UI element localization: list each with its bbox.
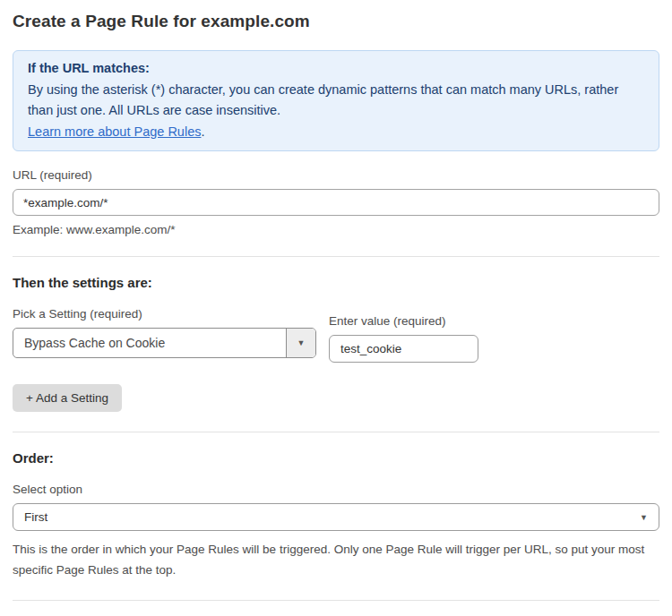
- url-input[interactable]: [13, 189, 659, 216]
- order-section: Select option First ▼ This is the order …: [13, 483, 659, 580]
- settings-heading: Then the settings are:: [13, 275, 659, 290]
- info-box-link-line: Learn more about Page Rules.: [28, 122, 644, 143]
- url-section: URL (required) Example: www.example.com/…: [13, 168, 659, 236]
- pick-setting-select[interactable]: Bypass Cache on Cookie ▼: [13, 328, 316, 358]
- order-help-text: This is the order in which your Page Rul…: [13, 539, 659, 580]
- page-rule-form: Create a Page Rule for example.com If th…: [0, 0, 672, 616]
- pick-setting-column: Pick a Setting (required) Bypass Cache o…: [13, 307, 316, 358]
- divider: [13, 600, 659, 601]
- order-select[interactable]: First ▼: [13, 503, 659, 531]
- enter-value-label: Enter value (required): [329, 314, 478, 328]
- info-box-heading: If the URL matches:: [28, 58, 644, 80]
- page-title: Create a Page Rule for example.com: [13, 12, 659, 31]
- url-label: URL (required): [13, 168, 659, 182]
- pick-setting-label: Pick a Setting (required): [13, 307, 316, 321]
- settings-row: Pick a Setting (required) Bypass Cache o…: [13, 307, 659, 363]
- link-suffix: .: [201, 124, 204, 139]
- enter-value-column: Enter value (required): [329, 307, 478, 363]
- pick-setting-selected-value: Bypass Cache on Cookie: [13, 329, 286, 357]
- learn-more-link[interactable]: Learn more about Page Rules: [28, 124, 201, 139]
- order-selected-value: First: [24, 510, 47, 524]
- url-match-info-box: If the URL matches: By using the asteris…: [13, 50, 659, 151]
- order-heading: Order:: [13, 450, 659, 466]
- chevron-down-icon[interactable]: ▼: [286, 329, 315, 357]
- divider: [13, 432, 659, 432]
- info-box-body: By using the asterisk (*) character, you…: [28, 80, 644, 122]
- setting-value-input[interactable]: [329, 335, 478, 363]
- url-example-text: Example: www.example.com/*: [13, 223, 659, 236]
- divider: [13, 256, 659, 257]
- add-setting-button[interactable]: + Add a Setting: [13, 384, 122, 412]
- chevron-down-icon: ▼: [640, 513, 648, 522]
- order-select-label: Select option: [13, 483, 659, 496]
